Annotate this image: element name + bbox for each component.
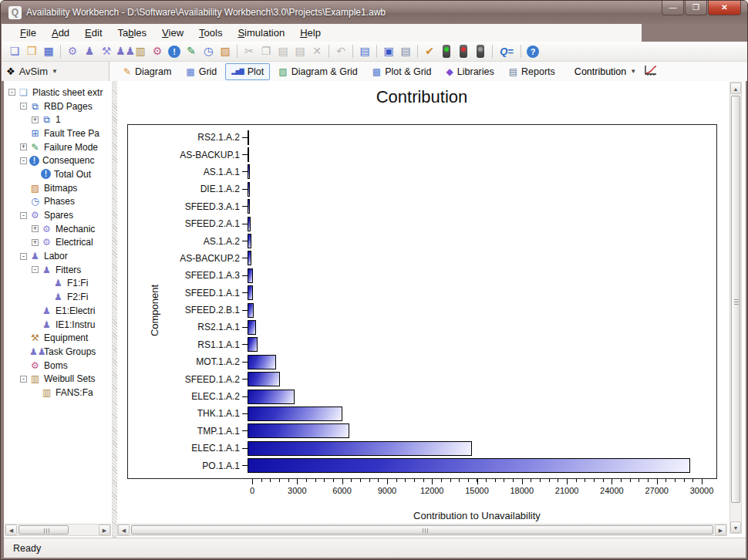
help-icon[interactable]: ? bbox=[527, 46, 539, 58]
tree-item-1[interactable]: +⧉1 bbox=[5, 113, 113, 127]
collapse-icon[interactable]: - bbox=[20, 212, 27, 219]
tab-plot[interactable]: ▂▅▇Plot bbox=[225, 63, 270, 80]
tab-grid[interactable]: ▦Grid bbox=[180, 63, 223, 80]
menu-tables[interactable]: Tables bbox=[110, 25, 155, 41]
maximize-button[interactable]: ❐ bbox=[685, 1, 707, 15]
x-axis: 0300060009000120001500018000210002400027… bbox=[252, 479, 702, 510]
failure-models-icon[interactable]: ✎ bbox=[184, 44, 199, 59]
tab-diagram-grid[interactable]: ▧Diagram & Grid bbox=[272, 63, 363, 80]
menu-help[interactable]: Help bbox=[292, 25, 329, 41]
labor-icon[interactable]: ♟ bbox=[82, 44, 97, 59]
bar-track bbox=[248, 355, 697, 369]
category-label: SFEED.3.A.1 bbox=[128, 201, 242, 212]
traffic-light-green-icon[interactable] bbox=[443, 45, 450, 58]
tree-item-total-out[interactable]: !Total Out bbox=[5, 167, 113, 181]
menu-tools[interactable]: Tools bbox=[191, 25, 230, 41]
expand-icon[interactable]: + bbox=[32, 239, 39, 246]
tree-item-fans-fa[interactable]: ▥FANS:Fa bbox=[5, 386, 113, 400]
task-groups-icon[interactable]: ♟♟ bbox=[116, 44, 131, 59]
open-icon[interactable]: ❒ bbox=[24, 44, 39, 59]
tree-item-ie1-instru[interactable]: ♟IE1:Instru bbox=[5, 318, 113, 332]
bar-SFEED.1.A.1 bbox=[248, 285, 253, 300]
category-tick bbox=[242, 206, 248, 207]
traffic-light-red-icon[interactable] bbox=[460, 45, 467, 58]
menu-file[interactable]: File bbox=[12, 25, 44, 41]
bar-track bbox=[248, 147, 697, 162]
tree-item-consequenc[interactable]: -!Consequenc bbox=[5, 153, 113, 167]
collapse-icon[interactable]: - bbox=[20, 253, 27, 260]
scroll-right-icon[interactable]: ▶ bbox=[715, 525, 726, 535]
tab-plot-grid[interactable]: ▩Plot & Grid bbox=[366, 63, 438, 80]
tree-item-e1-electri[interactable]: ♟E1:Electri bbox=[5, 304, 113, 318]
close-button[interactable]: ✕ bbox=[708, 1, 741, 15]
collapse-icon[interactable]: - bbox=[32, 266, 39, 273]
tree-item-failure-mode[interactable]: +✎Failure Mode bbox=[5, 140, 113, 154]
tree-item-electrical[interactable]: +⚙Electrical bbox=[5, 236, 113, 250]
minimize-button[interactable]: — bbox=[662, 1, 684, 15]
contribution-dropdown[interactable]: Contribution ▼ bbox=[574, 65, 657, 78]
tree-scrollbar-thumb[interactable] bbox=[19, 525, 69, 535]
weibull-sets-icon[interactable]: ▥ bbox=[133, 44, 148, 59]
chart-horizontal-scrollbar[interactable]: ◀ ▶ bbox=[117, 524, 727, 536]
tree-item-fault-tree-pa[interactable]: ⊞Fault Tree Pa bbox=[5, 127, 113, 140]
expand-icon[interactable]: + bbox=[32, 225, 39, 232]
menu-simulation[interactable]: Simulation bbox=[230, 25, 292, 41]
tab-diagram[interactable]: ✎Diagram bbox=[117, 63, 177, 80]
collapse-icon[interactable]: - bbox=[20, 103, 27, 110]
phases-icon[interactable]: ◷ bbox=[200, 44, 216, 59]
database-icon[interactable]: ▣ bbox=[381, 44, 396, 59]
scroll-down-icon[interactable]: ▼ bbox=[730, 521, 741, 533]
tree-item-bitmaps[interactable]: ▨Bitmaps bbox=[5, 181, 113, 195]
tree-item-mechanic[interactable]: +⚙Mechanic bbox=[5, 222, 113, 236]
tree-item-labor[interactable]: -♟Labor bbox=[5, 249, 113, 263]
tree-horizontal-scrollbar[interactable]: ◀ ▶ bbox=[5, 524, 111, 536]
tree-item-task-groups[interactable]: ♟♟Task Groups bbox=[5, 345, 113, 359]
tree-item-f1-fi[interactable]: ♟F1:Fi bbox=[5, 277, 113, 291]
tree-item-phases[interactable]: ◷Phases bbox=[5, 195, 113, 209]
chart-vscrollbar-thumb[interactable] bbox=[731, 96, 740, 503]
tree-item-f2-fi[interactable]: ♟F2:Fi bbox=[5, 290, 113, 304]
collapse-icon[interactable]: - bbox=[8, 89, 15, 96]
bar-AS.1.A.1 bbox=[248, 164, 250, 179]
save-icon[interactable]: ▦ bbox=[41, 44, 56, 59]
tab-libraries[interactable]: ◆Libraries bbox=[440, 63, 500, 80]
simulate-icon[interactable]: ✔ bbox=[422, 44, 437, 59]
reports-icon[interactable]: ▤ bbox=[357, 44, 372, 59]
collapse-icon[interactable]: - bbox=[20, 376, 27, 383]
q-equals-icon[interactable]: Q= bbox=[497, 44, 517, 59]
tree-item-fitters[interactable]: -♟Fitters bbox=[5, 263, 113, 277]
scroll-left-icon[interactable]: ◀ bbox=[118, 525, 130, 535]
chart-row: RS1.1.A.1 bbox=[128, 336, 716, 353]
tab-reports[interactable]: ▤Reports bbox=[503, 63, 561, 80]
scroll-right-icon[interactable]: ▶ bbox=[99, 525, 110, 535]
tree-item-boms[interactable]: ⚙Boms bbox=[5, 359, 113, 373]
boms-icon[interactable]: ⚙ bbox=[150, 44, 165, 59]
scroll-up-icon[interactable]: ▲ bbox=[730, 83, 741, 94]
trend-plot-icon[interactable] bbox=[644, 65, 657, 78]
tree-item-spares[interactable]: -⚙Spares bbox=[5, 208, 113, 222]
avsim-dropdown[interactable]: ❖ AvSim ▼ bbox=[2, 62, 110, 81]
expand-icon[interactable]: + bbox=[32, 116, 39, 123]
chart-vertical-scrollbar[interactable]: ▲ ▼ bbox=[729, 82, 742, 534]
tree-item-equipment[interactable]: ⚒Equipment bbox=[5, 331, 113, 345]
tree-item-plastic-sheet-extr[interactable]: -❏Plastic sheet extr bbox=[5, 86, 113, 100]
bitmaps-icon[interactable]: ▨ bbox=[217, 44, 233, 59]
notes-icon[interactable]: ▤ bbox=[398, 44, 413, 59]
tree-item-weibull-sets[interactable]: -▥Weibull Sets bbox=[5, 372, 113, 386]
menu-add[interactable]: Add bbox=[44, 25, 77, 41]
spares-icon[interactable]: ⚙ bbox=[65, 44, 80, 59]
tree-item-rbd-pages[interactable]: -⧉RBD Pages bbox=[5, 100, 113, 113]
menu-edit[interactable]: Edit bbox=[77, 25, 110, 41]
chart-hscrollbar-thumb[interactable] bbox=[131, 525, 713, 535]
collapse-icon[interactable]: - bbox=[20, 157, 27, 164]
project-tree: -❏Plastic sheet extr-⧉RBD Pages+⧉1⊞Fault… bbox=[5, 86, 113, 400]
menu-view[interactable]: View bbox=[154, 25, 191, 41]
new-icon[interactable]: ❏ bbox=[7, 44, 22, 59]
consequences-icon[interactable]: ! bbox=[168, 46, 180, 58]
expand-icon[interactable]: + bbox=[20, 143, 27, 150]
x-tick-label: 6000 bbox=[332, 486, 351, 495]
traffic-light-grey-icon[interactable] bbox=[477, 45, 484, 58]
equipment-icon[interactable]: ⚒ bbox=[99, 44, 114, 59]
chart-row: AS.1.A.1 bbox=[128, 164, 716, 180]
scroll-left-icon[interactable]: ◀ bbox=[5, 525, 17, 535]
